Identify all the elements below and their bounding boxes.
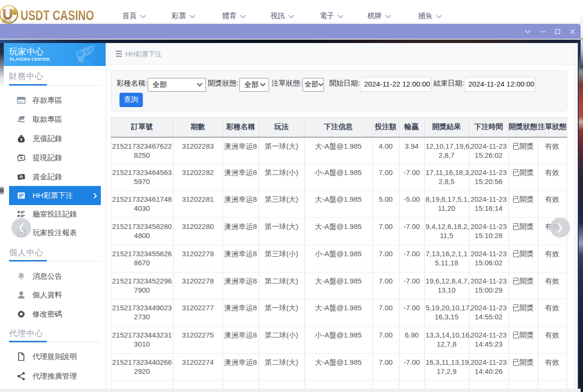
svg-text:¥: ¥: [20, 137, 22, 142]
svg-text:Casino: Casino: [4, 20, 12, 22]
svg-text:$: $: [21, 175, 22, 179]
